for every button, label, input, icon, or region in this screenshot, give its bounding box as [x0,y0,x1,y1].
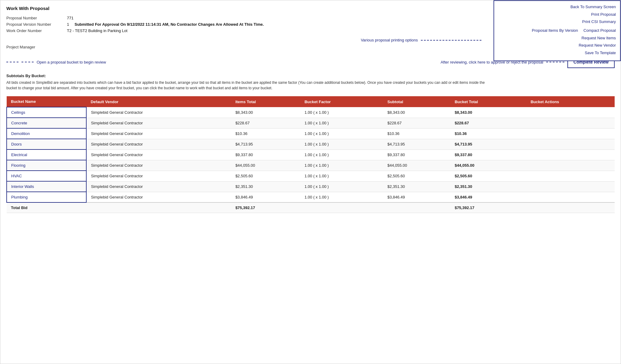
proposal-number-value: 771 [67,16,74,20]
compact-proposal-link[interactable]: Compact Proposal [583,27,616,34]
bucket-name-cell: Flooring [7,160,86,171]
subtotal-cell: $44,055.00 [383,160,451,171]
col-bucket-total: Bucket Total [451,96,527,107]
bucket-total-cell: $2,351.30 [451,181,527,192]
table-row: PlumbingSimplebid General Contractor$3,8… [7,192,615,202]
col-bucket-actions: Bucket Actions [526,96,615,107]
work-order-row: Work Order Number T2 - TEST2 Building in… [6,28,481,33]
total-empty [526,202,615,213]
total-bucket-total: $75,392.17 [451,202,527,213]
bucket-total-cell: $228.67 [451,118,527,128]
items-total-cell: $9,337.80 [231,149,300,160]
vendor-cell: Simplebid General Contractor [86,192,231,202]
bucket-factor-cell: 1.00 ( x 1.00 ) [300,160,383,171]
bucket-factor-cell: 1.00 ( x 1.00 ) [300,139,383,149]
vendor-cell: Simplebid General Contractor [86,118,231,128]
vendor-cell: Simplebid General Contractor [86,128,231,139]
proposal-items-compact-row: Proposal Items By Version Compact Propos… [498,27,616,34]
table-header: Bucket Name Default Vendor Items Total B… [7,96,615,107]
proposal-version-row: Proposal Version Number 1 Submitted For … [6,22,481,27]
top-nav-panel: Back To Summary Screen Print Proposal Pr… [494,0,621,61]
table-row: Interior WallsSimplebid General Contract… [7,181,615,192]
printing-options-row: Various proposal printing options [6,38,481,42]
table-row: FlooringSimplebid General Contractor$44,… [7,160,615,171]
bucket-name-cell: Doors [7,139,86,149]
bucket-name-link[interactable]: Demolition [7,129,86,139]
col-items-total: Items Total [231,96,300,107]
subtotal-cell: $2,351.30 [383,181,451,192]
items-total-cell: $4,713.95 [231,139,300,149]
table-row: DoorsSimplebid General Contractor$4,713.… [7,139,615,149]
actions-cell [526,181,615,192]
open-bucket-label: Open a proposal bucket to begin review [37,60,106,64]
bucket-name-cell: Interior Walls [7,181,86,192]
subtotal-cell: $228.67 [383,118,451,128]
bucket-factor-cell: 1.00 ( x 1.00 ) [300,171,383,181]
bucket-name-link[interactable]: Plumbing [7,192,86,202]
col-default-vendor: Default Vendor [86,96,231,107]
bucket-total-cell: $8,343.00 [451,107,527,118]
bucket-factor-cell: 1.00 ( x 1.00 ) [300,192,383,202]
bucket-name-cell: Ceilings [7,107,86,118]
bucket-total-cell: $2,505.60 [451,171,527,181]
subtotal-cell: $2,505.60 [383,171,451,181]
bucket-total-cell: $44,055.00 [451,160,527,171]
actions-cell [526,149,615,160]
main-container: Back To Summary Screen Print Proposal Pr… [0,0,621,364]
bucket-name-link[interactable]: HVAC [7,171,86,181]
request-new-vendor-link[interactable]: Request New Vendor [498,42,616,49]
project-manager-label: Project Manager [6,45,67,49]
print-proposal-link[interactable]: Print Proposal [498,11,616,18]
bucket-name-link[interactable]: Interior Walls [7,182,86,192]
vendor-cell: Simplebid General Contractor [86,149,231,160]
proposal-info-section: Proposal Number 771 Proposal Version Num… [6,16,481,33]
table-header-row: Bucket Name Default Vendor Items Total B… [7,96,615,107]
bucket-name-link[interactable]: Doors [7,139,86,149]
subtotal-cell: $8,343.00 [383,107,451,118]
save-to-template-link[interactable]: Save To Template [498,49,616,57]
vendor-cell: Simplebid General Contractor [86,139,231,149]
page-title: Work With Proposal [6,6,481,11]
bucket-total-cell: $3,846.49 [451,192,527,202]
after-review-dashes [546,62,564,62]
bucket-name-cell: Plumbing [7,192,86,202]
request-new-items-link[interactable]: Request New Items [498,34,616,42]
proposal-version-number: 1 [67,22,69,27]
bucket-name-cell: HVAC [7,171,86,181]
subtotals-description: All bids created in SimpleBid are separa… [6,80,491,91]
bucket-total-cell: $10.36 [451,128,527,139]
table-row: ConcreteSimplebid General Contractor$228… [7,118,615,128]
project-manager-section: Project Manager [6,45,481,49]
subtotals-title: Subtotals By Bucket: [6,74,615,78]
bucket-factor-cell: 1.00 ( x 1.00 ) [300,181,383,192]
back-to-summary-link[interactable]: Back To Summary Screen [498,3,616,11]
bucket-factor-cell: 1.00 ( x 1.00 ) [300,107,383,118]
actions-cell [526,171,615,181]
vendor-cell: Simplebid General Contractor [86,107,231,118]
col-bucket-factor: Bucket Factor [300,96,383,107]
print-csi-summary-link[interactable]: Print CSI Summary [498,18,616,26]
open-bucket-dashes [6,62,18,62]
actions-cell [526,139,615,149]
proposal-version-label: Proposal Version Number [6,22,67,27]
total-row: Total Bid$75,392.17$75,392.17 [7,202,615,213]
bucket-name-cell: Concrete [7,118,86,128]
proposal-items-by-version-link[interactable]: Proposal Items By Version [532,27,578,34]
vendor-cell: Simplebid General Contractor [86,181,231,192]
bucket-name-link[interactable]: Concrete [7,118,86,128]
subtotal-cell: $3,846.49 [383,192,451,202]
bucket-factor-cell: 1.00 ( x 1.00 ) [300,128,383,139]
proposal-version-status: Submitted For Approval On 9/12/2022 11:1… [74,22,264,27]
work-order-label: Work Order Number [6,28,67,33]
bucket-name-link[interactable]: Ceilings [7,107,86,117]
total-empty [383,202,451,213]
bucket-name-link[interactable]: Electrical [7,150,86,160]
table-body: CeilingsSimplebid General Contractor$8,3… [7,107,615,213]
bucket-factor-cell: 1.00 ( x 1.00 ) [300,118,383,128]
bucket-name-link[interactable]: Flooring [7,160,86,170]
subtotals-section: Subtotals By Bucket: All bids created in… [6,74,615,91]
bucket-total-cell: $4,713.95 [451,139,527,149]
total-items-total: $75,392.17 [231,202,300,213]
bucket-table: Bucket Name Default Vendor Items Total B… [6,96,615,213]
total-empty [300,202,383,213]
